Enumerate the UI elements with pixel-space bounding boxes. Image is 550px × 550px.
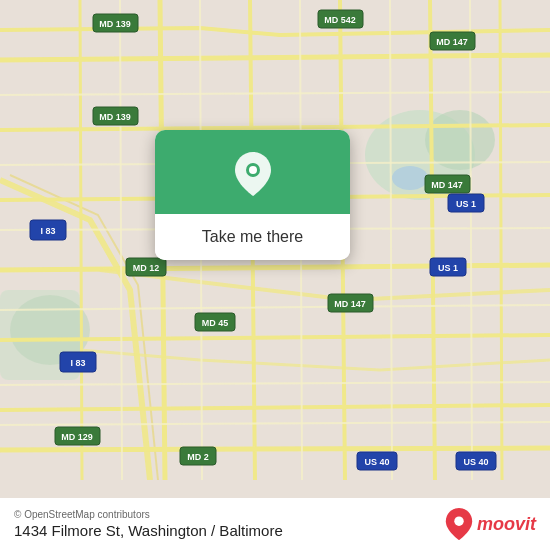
svg-text:MD 12: MD 12 [133, 263, 160, 273]
svg-text:MD 147: MD 147 [334, 299, 366, 309]
svg-text:MD 147: MD 147 [431, 180, 463, 190]
svg-text:MD 129: MD 129 [61, 432, 93, 442]
svg-text:MD 147: MD 147 [436, 37, 468, 47]
svg-text:MD 2: MD 2 [187, 452, 209, 462]
bottom-left-info: © OpenStreetMap contributors 1434 Filmor… [14, 509, 283, 539]
svg-point-39 [249, 166, 257, 174]
svg-text:I 83: I 83 [40, 226, 55, 236]
svg-text:US 1: US 1 [438, 263, 458, 273]
bottom-bar: © OpenStreetMap contributors 1434 Filmor… [0, 498, 550, 550]
address-text: 1434 Filmore St, Washington / Baltimore [14, 522, 283, 539]
take-me-there-button[interactable]: Take me there [155, 214, 350, 260]
svg-text:US 1: US 1 [456, 199, 476, 209]
svg-text:MD 139: MD 139 [99, 112, 131, 122]
svg-point-2 [425, 110, 495, 170]
attribution-text: © OpenStreetMap contributors [14, 509, 283, 520]
popup-card: Take me there [155, 130, 350, 260]
svg-text:US 40: US 40 [463, 457, 488, 467]
svg-text:MD 45: MD 45 [202, 318, 229, 328]
location-pin-icon [231, 152, 275, 196]
moovit-pin-icon [445, 508, 473, 540]
svg-text:MD 139: MD 139 [99, 19, 131, 29]
svg-point-5 [392, 166, 428, 190]
svg-text:I 83: I 83 [70, 358, 85, 368]
moovit-brand-text: moovit [477, 514, 536, 535]
popup-header [155, 130, 350, 214]
svg-point-40 [454, 516, 463, 525]
svg-text:US 40: US 40 [364, 457, 389, 467]
moovit-logo: moovit [445, 508, 536, 540]
svg-text:MD 542: MD 542 [324, 15, 356, 25]
map-container: MD 139 MD 542 MD 147 MD 139 MD 147 I 83 … [0, 0, 550, 550]
